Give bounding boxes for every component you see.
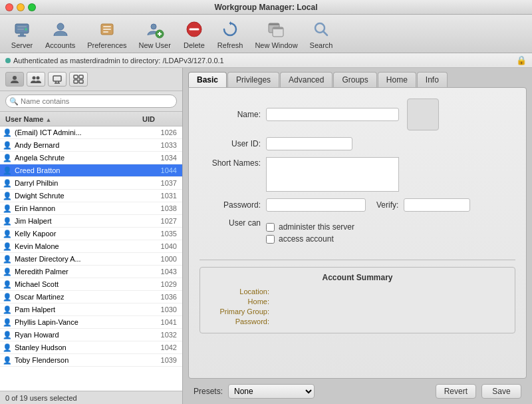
- auth-text: Authenticated as masterdiradmin to direc…: [13, 57, 224, 65]
- username-cell: Kevin Malone: [15, 242, 143, 250]
- list-item[interactable]: 👤 Ryan Howard 1032: [0, 329, 182, 341]
- list-item[interactable]: 👤 Erin Hannon 1038: [0, 202, 182, 215]
- user-icon: 👤: [3, 128, 12, 137]
- list-item[interactable]: 👤 Jim Halpert 1027: [0, 215, 182, 228]
- auth-indicator: [5, 58, 11, 63]
- view-computer-btn[interactable]: [48, 72, 66, 87]
- list-item[interactable]: 👤 Kevin Malone 1040: [0, 240, 182, 253]
- minimize-button[interactable]: [17, 3, 25, 11]
- user-icon: 👤: [3, 331, 12, 339]
- tab-groups[interactable]: Groups: [333, 72, 376, 87]
- uid-cell: 1026: [143, 128, 180, 136]
- bottom-controls: Presets: None Revert Save: [183, 379, 532, 404]
- location-label: Location:: [208, 288, 275, 296]
- checkbox-access[interactable]: [266, 235, 275, 244]
- svg-rect-34: [79, 80, 83, 83]
- list-item[interactable]: 👤 Master Directory A... 1000: [0, 253, 182, 266]
- list-item[interactable]: 👤 Creed Bratton 1044: [0, 164, 182, 177]
- maximize-button[interactable]: [28, 3, 36, 11]
- lock-icon[interactable]: 🔒: [516, 55, 527, 65]
- tabs: BasicPrivilegesAdvancedGroupsHomeInfo: [183, 68, 532, 87]
- toolbar-search[interactable]: Search: [305, 16, 338, 52]
- column-uid[interactable]: UID: [140, 115, 180, 123]
- name-label: Name:: [200, 110, 266, 119]
- list-item[interactable]: 👤 Meredith Palmer 1043: [0, 266, 182, 278]
- svg-rect-5: [18, 35, 26, 37]
- toolbar-new-window[interactable]: New Window: [249, 16, 303, 52]
- username-cell: Stanley Hudson: [15, 343, 143, 351]
- user-list-header: User Name ▲ UID: [0, 112, 182, 126]
- delete-label: Delete: [184, 41, 205, 49]
- tab-info[interactable]: Info: [417, 72, 448, 87]
- tab-advanced[interactable]: Advanced: [280, 72, 332, 87]
- username-cell: Kelly Kapoor: [15, 230, 143, 238]
- uid-cell: 1042: [143, 343, 180, 351]
- list-item[interactable]: 👤 Angela Schrute 1034: [0, 152, 182, 164]
- user-icon: 👤: [3, 166, 12, 175]
- toolbar-delete[interactable]: Delete: [178, 16, 211, 52]
- username-cell: Toby Flenderson: [15, 356, 143, 364]
- toolbar-preferences[interactable]: Preferences: [82, 16, 132, 52]
- home-label: Home:: [208, 298, 275, 305]
- list-item[interactable]: 👤 Toby Flenderson 1039: [0, 354, 182, 367]
- userid-input[interactable]: [266, 137, 352, 150]
- toolbar-server[interactable]: Server: [5, 16, 39, 52]
- tab-basic[interactable]: Basic: [188, 72, 227, 87]
- list-item[interactable]: 👤 Darryl Philbin 1037: [0, 177, 182, 190]
- tab-privileges[interactable]: Privileges: [227, 72, 279, 87]
- view-user-btn[interactable]: [5, 72, 24, 87]
- checkbox-administer[interactable]: [266, 223, 275, 232]
- uid-cell: 1039: [143, 356, 180, 364]
- svg-rect-4: [20, 33, 24, 35]
- close-button[interactable]: [5, 3, 13, 11]
- user-icon: 👤: [3, 293, 12, 302]
- shortnames-textarea[interactable]: [266, 157, 399, 192]
- list-item[interactable]: 👤 Oscar Martinez 1036: [0, 291, 182, 303]
- svg-rect-32: [79, 75, 83, 79]
- uid-cell: 1031: [143, 192, 180, 200]
- refresh-label: Refresh: [217, 41, 243, 49]
- presets-label: Presets:: [194, 387, 223, 396]
- server-icon: [11, 19, 33, 40]
- tab-home[interactable]: Home: [378, 72, 416, 87]
- list-item[interactable]: 👤 Dwight Schrute 1031: [0, 190, 182, 202]
- verify-input[interactable]: [404, 198, 470, 212]
- revert-button[interactable]: Revert: [436, 384, 476, 399]
- view-group-btn[interactable]: [27, 72, 45, 87]
- divider: [200, 260, 515, 260]
- title-bar: Workgroup Manager: Local: [0, 0, 532, 15]
- user-icon: 👤: [3, 305, 12, 314]
- sort-arrow: ▲: [46, 116, 52, 123]
- toolbar-new-user[interactable]: New User: [134, 16, 176, 52]
- list-item[interactable]: 👤 Phyllis Lapin-Vance 1041: [0, 316, 182, 329]
- username-cell: Master Directory A...: [15, 255, 143, 263]
- search-bar: 🔍: [0, 91, 182, 112]
- username-cell: Phyllis Lapin-Vance: [15, 318, 143, 326]
- name-input[interactable]: [266, 108, 399, 121]
- list-item[interactable]: 👤 Pam Halpert 1030: [0, 303, 182, 316]
- right-panel: BasicPrivilegesAdvancedGroupsHomeInfo Na…: [183, 68, 532, 404]
- username-cell: Andy Bernard: [15, 141, 143, 149]
- list-item[interactable]: 👤 Kelly Kapoor 1035: [0, 228, 182, 240]
- list-item[interactable]: 👤 Andy Bernard 1033: [0, 139, 182, 152]
- view-switcher: [0, 68, 182, 91]
- password-input[interactable]: [266, 198, 366, 212]
- list-item[interactable]: 👤 (Email) ICT Admini... 1026: [0, 126, 182, 139]
- location-row: Location:: [208, 288, 507, 296]
- svg-point-25: [33, 77, 36, 80]
- save-button[interactable]: Save: [481, 384, 521, 399]
- search-input[interactable]: [5, 95, 177, 108]
- column-username[interactable]: User Name ▲: [3, 115, 140, 123]
- view-list-btn[interactable]: [69, 72, 88, 87]
- toolbar-accounts[interactable]: Accounts: [40, 16, 80, 52]
- svg-marker-17: [230, 21, 232, 25]
- toolbar-refresh[interactable]: Refresh: [212, 16, 249, 52]
- shortnames-label: Short Names:: [200, 157, 266, 168]
- summary-title: Account Summary: [208, 273, 507, 282]
- username-cell: Darryl Philbin: [15, 179, 143, 187]
- list-item[interactable]: 👤 Michael Scott 1029: [0, 278, 182, 291]
- svg-rect-9: [103, 29, 111, 30]
- username-cell: Dwight Schrute: [15, 192, 143, 200]
- presets-select[interactable]: None: [228, 384, 315, 399]
- list-item[interactable]: 👤 Stanley Hudson 1042: [0, 341, 182, 354]
